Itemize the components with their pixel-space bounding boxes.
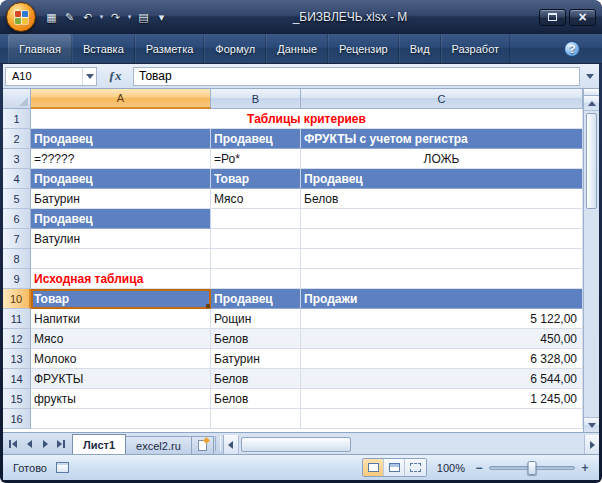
row-header-4[interactable]: 4	[3, 169, 31, 189]
name-box[interactable]: A10	[5, 67, 97, 86]
row-header-8[interactable]: 8	[3, 249, 31, 269]
row-header-6[interactable]: 6	[3, 209, 31, 229]
cell-a5[interactable]: Батурин	[31, 189, 211, 209]
cell-c6[interactable]	[301, 209, 583, 229]
ribbon-tab-data[interactable]: Данные	[266, 34, 328, 63]
cell-c7[interactable]	[301, 229, 583, 249]
cell-b3[interactable]: =Ро*	[211, 149, 301, 169]
help-button[interactable]: ?	[564, 41, 580, 57]
vertical-scroll-track[interactable]	[584, 211, 599, 417]
cell-a2[interactable]: Продавец	[31, 129, 211, 149]
column-header-a[interactable]: A	[31, 89, 211, 109]
ribbon-tab-insert[interactable]: Вставка	[72, 34, 135, 63]
customize-qat-icon[interactable]: ▾	[153, 8, 170, 26]
redo-dropdown-icon[interactable]: ▾	[125, 8, 134, 26]
undo-dropdown-icon[interactable]: ▾	[97, 8, 106, 26]
macro-record-icon[interactable]	[56, 462, 69, 473]
first-sheet-button[interactable]	[5, 433, 21, 454]
cell-a14[interactable]: ФРУКТЫ	[31, 369, 211, 389]
name-box-dropdown-icon[interactable]	[82, 68, 96, 85]
row-header-13[interactable]: 13	[3, 349, 31, 369]
zoom-out-button[interactable]: −	[473, 461, 485, 475]
insert-worksheet-tab[interactable]	[191, 436, 214, 454]
column-header-b[interactable]: B	[211, 89, 301, 109]
close-button[interactable]: ×	[569, 9, 596, 26]
cell-b2[interactable]: Продавец	[211, 129, 301, 149]
scroll-up-button[interactable]	[584, 96, 599, 111]
row-header-16[interactable]: 16	[3, 409, 31, 429]
expand-formula-bar-button[interactable]	[583, 67, 597, 86]
undo-icon[interactable]: ↶	[79, 8, 96, 26]
cell-c3[interactable]: ЛОЖЬ	[301, 149, 583, 169]
cell-c8[interactable]	[301, 249, 583, 269]
cell-b6[interactable]	[211, 209, 301, 229]
row-header-7[interactable]: 7	[3, 229, 31, 249]
horizontal-scroll-thumb[interactable]	[241, 437, 351, 452]
row-header-10[interactable]: 10	[3, 289, 31, 309]
zoom-thumb[interactable]	[528, 461, 537, 475]
cell-c10[interactable]: Продажи	[301, 289, 583, 309]
cell-c14[interactable]: 6 544,00	[301, 369, 583, 389]
save-icon[interactable]: ▦	[43, 8, 60, 26]
cell-c15[interactable]: 1 245,00	[301, 389, 583, 409]
zoom-track[interactable]	[489, 466, 575, 470]
office-button[interactable]	[6, 2, 36, 32]
cell-b5[interactable]: Мясо	[211, 189, 301, 209]
row-header-3[interactable]: 3	[3, 149, 31, 169]
cell-b13[interactable]: Батурин	[211, 349, 301, 369]
ribbon-tab-page-layout[interactable]: Разметка	[135, 34, 205, 63]
cell-c13[interactable]: 6 328,00	[301, 349, 583, 369]
cell-b14[interactable]: Белов	[211, 369, 301, 389]
cell-b10[interactable]: Продавец	[211, 289, 301, 309]
tab-splitter[interactable]	[215, 436, 221, 451]
cell-a7[interactable]: Ватулин	[31, 229, 211, 249]
cell-a16[interactable]	[31, 409, 211, 429]
previous-sheet-button[interactable]	[21, 433, 37, 454]
sheet-tab-excel2-ru[interactable]: excel2.ru	[125, 436, 192, 454]
zoom-level[interactable]: 100%	[435, 462, 465, 474]
cell-c9[interactable]	[301, 269, 583, 289]
cell-c11[interactable]: 5 122,00	[301, 309, 583, 329]
cell-b15[interactable]: Белов	[211, 389, 301, 409]
cell-a6[interactable]: Продавец	[31, 209, 211, 229]
page-layout-view-button[interactable]	[384, 459, 405, 476]
cell-b9[interactable]	[211, 269, 301, 289]
cell-a15[interactable]: фрукты	[31, 389, 211, 409]
select-all-button[interactable]	[3, 89, 31, 109]
row-header-14[interactable]: 14	[3, 369, 31, 389]
cell-a11[interactable]: Напитки	[31, 309, 211, 329]
zoom-in-button[interactable]: +	[579, 461, 591, 475]
cell-c2[interactable]: ФРУКТЫ с учетом регистра	[301, 129, 583, 149]
sheet-tab-list1[interactable]: Лист1	[72, 434, 126, 454]
next-sheet-button[interactable]	[37, 433, 53, 454]
cell-a10[interactable]: Товар	[31, 289, 211, 309]
print-icon[interactable]: ▤	[135, 8, 152, 26]
ribbon-tab-formulas[interactable]: Формул	[204, 34, 266, 63]
formula-input[interactable]: Товар	[133, 67, 580, 86]
row-header-1[interactable]: 1	[3, 109, 31, 129]
vertical-scroll-thumb[interactable]	[586, 113, 597, 209]
ribbon-tab-view[interactable]: Вид	[399, 34, 441, 63]
cell-a4[interactable]: Продавец	[31, 169, 211, 189]
row-header-11[interactable]: 11	[3, 309, 31, 329]
vertical-scrollbar[interactable]	[583, 89, 599, 432]
page-break-view-button[interactable]	[405, 459, 426, 476]
cell-a8[interactable]	[31, 249, 211, 269]
cell-b12[interactable]: Белов	[211, 329, 301, 349]
horizontal-scroll-track[interactable]	[353, 435, 584, 454]
cell-a9[interactable]: Исходная таблица	[31, 269, 211, 289]
cell-c4[interactable]: Продавец	[301, 169, 583, 189]
scroll-left-button[interactable]	[224, 435, 239, 454]
vertical-split-handle[interactable]	[584, 89, 599, 96]
cell-b4[interactable]: Товар	[211, 169, 301, 189]
cell-c5[interactable]: Белов	[301, 189, 583, 209]
ribbon-tab-review[interactable]: Рецензир	[328, 34, 399, 63]
cell-a1[interactable]: Таблицы критериев	[31, 109, 583, 129]
cell-a13[interactable]: Молоко	[31, 349, 211, 369]
cell-a3[interactable]: =?????	[31, 149, 211, 169]
cell-b7[interactable]	[211, 229, 301, 249]
scroll-right-button[interactable]	[584, 435, 599, 454]
ribbon-tab-home[interactable]: Главная	[8, 34, 72, 63]
last-sheet-button[interactable]	[53, 433, 69, 454]
maximize-button[interactable]	[539, 9, 566, 26]
